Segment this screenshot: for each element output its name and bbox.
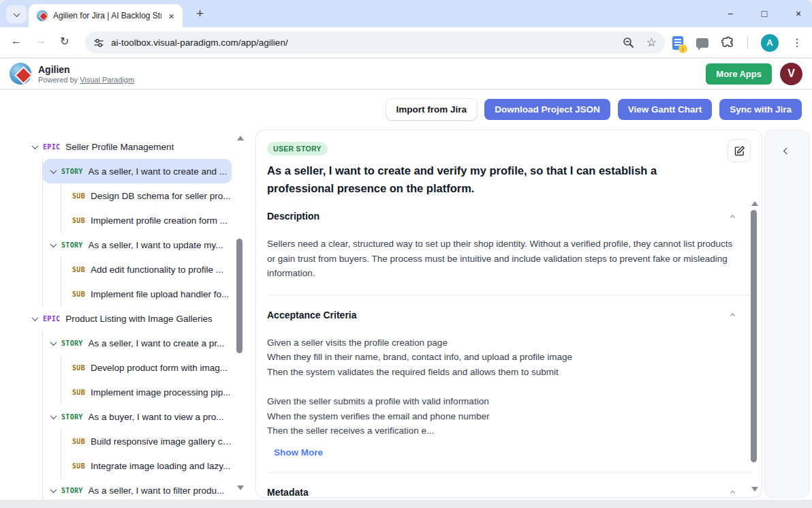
story-detail-header: USER STORY As a seller, I want to create… <box>256 130 762 197</box>
back-button[interactable]: ← <box>11 35 22 47</box>
maximize-button[interactable]: □ <box>758 8 771 19</box>
collapse-chevron-icon[interactable] <box>730 215 735 220</box>
tab-search-button[interactable] <box>6 5 27 23</box>
site-settings-icon[interactable] <box>93 38 104 48</box>
toolbar-divider <box>747 37 748 49</box>
tree-item-subtask[interactable]: SUB Build responsive image gallery co... <box>61 429 234 453</box>
tree-item-epic[interactable]: EPIC Product Listing with Image Gallerie… <box>33 306 234 331</box>
browser-menu-icon[interactable]: ⋮ <box>792 36 802 49</box>
tree-item-label: As a seller, I want to filter produ... <box>89 485 225 496</box>
tree-item-story[interactable]: STORY As a seller, I want to update my..… <box>43 233 234 257</box>
chevron-down-icon[interactable] <box>50 339 57 346</box>
chevron-down-icon[interactable] <box>32 143 39 149</box>
visual-paradigm-link[interactable]: Visual Paradigm <box>80 76 134 84</box>
collapse-chevron-icon[interactable] <box>730 314 735 318</box>
browser-titlebar: Agilien for Jira | AI Backlog Stru × + −… <box>0 0 812 27</box>
extension-area: A ⋮ <box>672 31 802 54</box>
reload-button[interactable]: ↻ <box>60 35 69 48</box>
forward-button[interactable]: → <box>35 35 46 47</box>
sub-type-badge: SUB <box>72 217 85 224</box>
tree-item-label: As a seller, I want to update my... <box>89 240 223 250</box>
browser-profile-avatar[interactable]: A <box>761 34 779 52</box>
zoom-out-icon[interactable] <box>623 37 634 48</box>
acceptance-heading: Acceptance Criteria <box>267 310 357 320</box>
view-gantt-chart-button[interactable]: View Gantt Chart <box>618 99 713 120</box>
tree-item-subtask[interactable]: SUB Develop product form with imag... <box>61 355 234 380</box>
extensions-puzzle-icon[interactable] <box>721 36 734 49</box>
sub-type-badge: SUB <box>72 438 85 445</box>
acceptance-text: Given a seller visits the profile creati… <box>267 335 734 438</box>
tree-item-story[interactable]: STORY As a buyer, I want to view a pro..… <box>43 404 234 429</box>
tab-close-icon[interactable]: × <box>166 10 177 23</box>
tree-item-story[interactable]: STORY As a seller, I want to filter prod… <box>43 478 234 500</box>
chevron-down-icon[interactable] <box>32 314 39 321</box>
new-tab-button[interactable]: + <box>192 6 208 21</box>
epic-type-badge: EPIC <box>43 315 60 323</box>
tree-item-subtask[interactable]: SUB Implement image processing pip... <box>61 380 234 404</box>
download-project-json-button[interactable]: Download Project JSON <box>484 99 610 120</box>
scrollbar-thumb[interactable] <box>236 239 243 353</box>
bookmark-star-icon[interactable]: ☆ <box>646 37 657 48</box>
tree-scrollbar[interactable] <box>235 134 245 492</box>
tree-item-epic[interactable]: EPIC Seller Profile Management <box>33 134 234 159</box>
sub-type-badge: SUB <box>72 389 85 396</box>
scroll-down-arrow-icon[interactable] <box>237 485 244 490</box>
backlog-tree: EPIC Seller Profile Management STORY As … <box>20 134 234 500</box>
sub-type-badge: SUB <box>72 192 85 200</box>
chevron-left-icon <box>783 148 790 155</box>
scroll-down-arrow-icon[interactable] <box>751 487 758 492</box>
detail-scrollbar[interactable] <box>749 199 759 494</box>
metadata-section-header[interactable]: Metadata <box>267 487 734 496</box>
user-avatar[interactable]: V <box>780 63 802 85</box>
browser-tab[interactable]: Agilien for Jira | AI Backlog Stru × <box>29 4 183 27</box>
minimize-button[interactable]: − <box>723 8 737 19</box>
more-apps-button[interactable]: More Apps <box>706 63 772 85</box>
tree-item-subtask[interactable]: SUB Design DB schema for seller pro... <box>61 183 234 208</box>
description-heading: Description <box>267 211 319 222</box>
user-story-badge: USER STORY <box>267 142 328 155</box>
actions-toolbar: Import from Jira Download Project JSON V… <box>386 99 802 120</box>
powered-by-prefix: Powered by <box>38 76 78 84</box>
tree-item-story-selected[interactable]: STORY As a seller, I want to create and … <box>43 159 232 183</box>
description-section: Description Sellers need a clear, struct… <box>256 196 762 295</box>
scrollbar-thumb[interactable] <box>751 210 757 462</box>
comment-bubble-icon[interactable] <box>696 38 708 48</box>
tree-item-subtask[interactable]: SUB Add edit functionality to profile ..… <box>61 257 234 282</box>
tree-item-subtask[interactable]: SUB Integrate image loading and lazy... <box>61 453 234 478</box>
import-from-jira-button[interactable]: Import from Jira <box>386 99 478 120</box>
chevron-down-icon <box>13 10 20 17</box>
tree-item-story[interactable]: STORY As a seller, I want to create a pr… <box>43 331 234 355</box>
sub-type-badge: SUB <box>72 266 85 273</box>
tree-item-label: Product Listing with Image Galleries <box>65 314 212 324</box>
docs-offline-extension-icon[interactable] <box>672 36 683 50</box>
sub-type-badge: SUB <box>72 364 85 372</box>
address-bar[interactable]: ai-toolbox.visual-paradigm.com/app/agili… <box>85 31 665 54</box>
tree-item-label: Add edit functionality to profile ... <box>91 265 223 275</box>
collapse-chevron-icon[interactable] <box>730 491 735 496</box>
story-detail-body: Description Sellers need a clear, struct… <box>256 196 762 496</box>
tree-item-subtask[interactable]: SUB Implement file upload handler fo... <box>61 282 234 306</box>
show-more-link[interactable]: Show More <box>274 447 323 458</box>
url-text[interactable]: ai-toolbox.visual-paradigm.com/app/agili… <box>111 38 288 48</box>
scroll-up-arrow-icon[interactable] <box>237 136 244 140</box>
close-window-button[interactable]: × <box>792 8 805 19</box>
chevron-down-icon[interactable] <box>50 241 57 248</box>
tree-item-label: Implement file upload handler fo... <box>91 289 229 299</box>
tree-item-label: Seller Profile Management <box>65 142 174 152</box>
window-controls: − □ × <box>723 0 805 27</box>
expand-panel-button[interactable] <box>785 144 790 156</box>
chevron-down-icon[interactable] <box>50 413 57 419</box>
chevron-down-icon[interactable] <box>50 486 57 493</box>
chevron-down-icon[interactable] <box>50 167 57 174</box>
story-type-badge: STORY <box>61 168 83 175</box>
tree-item-subtask[interactable]: SUB Implement profile creation form ... <box>61 208 234 233</box>
story-title: As a seller, I want to create and verify… <box>267 162 717 197</box>
scroll-up-arrow-icon[interactable] <box>751 201 758 206</box>
description-section-header[interactable]: Description <box>267 211 734 222</box>
sync-with-jira-button[interactable]: Sync with Jira <box>719 99 802 120</box>
tree-item-label: Design DB schema for seller pro... <box>91 191 231 201</box>
edit-story-button[interactable] <box>728 139 751 162</box>
story-type-badge: STORY <box>61 241 83 249</box>
acceptance-section-header[interactable]: Acceptance Criteria <box>267 310 734 320</box>
collapsed-side-panel <box>764 130 809 498</box>
